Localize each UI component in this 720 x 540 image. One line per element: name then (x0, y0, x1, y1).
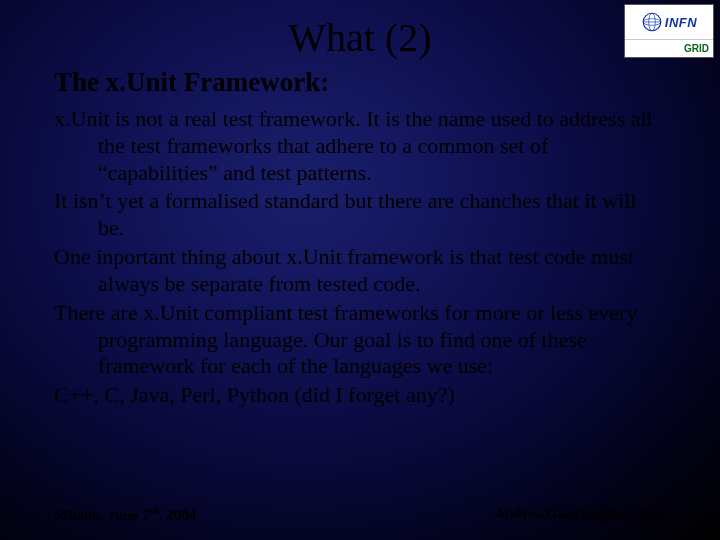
footer-left-suffix: , 2004 (159, 507, 197, 523)
body-paragraph: x.Unit is not a real test framework. It … (54, 106, 666, 186)
slide-title: What (2) (0, 0, 720, 61)
footer-left: Milano, June 7th, 2004 (54, 505, 196, 524)
body-paragraph: One inportant thing about x.Unit framewo… (54, 244, 666, 298)
slide-subtitle: The x.Unit Framework: (0, 61, 720, 106)
logo-top-text: INFN (665, 15, 697, 30)
footer-left-prefix: Milano, June 7 (54, 507, 149, 523)
slide: INFN GRID What (2) The x.Unit Framework:… (0, 0, 720, 540)
logo-top: INFN (625, 5, 713, 39)
body-paragraph: C++, C, Java, Perl, Python (did I forget… (54, 382, 666, 409)
body-paragraph: There are x.Unit compliant test framewor… (54, 300, 666, 380)
infn-grid-logo: INFN GRID (624, 4, 714, 58)
footer-right: Andrea.Guarise@to.infn.it (494, 505, 666, 524)
logo-bottom-text: GRID (625, 39, 713, 58)
footer-left-super: th (149, 505, 158, 516)
slide-body: x.Unit is not a real test framework. It … (0, 106, 720, 409)
body-paragraph: It isn’t yet a formalised standard but t… (54, 188, 666, 242)
slide-footer: Milano, June 7th, 2004 Andrea.Guarise@to… (54, 505, 666, 524)
globe-icon (641, 11, 663, 33)
